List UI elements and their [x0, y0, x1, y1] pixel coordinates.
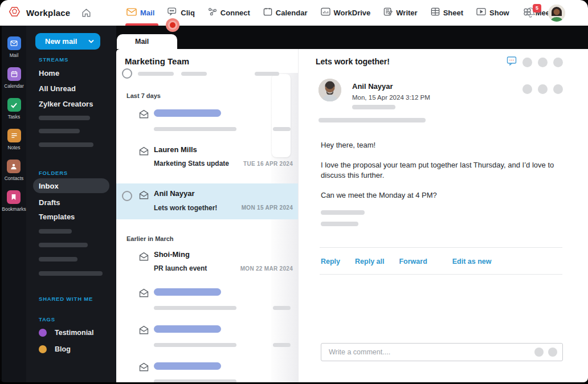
mail-tab[interactable]: Mail — [117, 34, 177, 49]
mail-sidebar: New mail STREAMS Home All Unread Zylker … — [26, 26, 116, 382]
new-mail-button[interactable]: New mail — [35, 33, 100, 50]
sender-name: Anil Nayyar — [352, 82, 393, 91]
nav-item-writer[interactable]: Writer — [383, 0, 417, 26]
body-paragraph: Hey there, team! — [321, 140, 574, 150]
mail-icon — [126, 8, 137, 18]
email-actions: Reply Reply all Forward Edit as new — [321, 258, 492, 265]
sidebar-item-home[interactable]: Home — [39, 69, 59, 77]
mail-checkbox[interactable] — [122, 191, 132, 201]
streams-header: STREAMS — [39, 56, 68, 63]
mail-row-skeleton[interactable] — [116, 358, 298, 382]
mail-row-skeleton[interactable] — [116, 105, 298, 137]
rail-item-notes[interactable]: Notes — [7, 129, 21, 150]
skeleton-bar — [255, 72, 279, 76]
tags-header: TAGS — [39, 316, 55, 322]
topbar: Workplace Mail — [0, 0, 588, 26]
skeleton-bar — [154, 288, 221, 296]
mail-row-skeleton[interactable] — [116, 284, 298, 316]
skeleton-bar — [154, 343, 236, 347]
action-circle-button[interactable] — [522, 84, 532, 94]
edit-as-new-button[interactable]: Edit as new — [452, 258, 492, 265]
user-avatar[interactable] — [548, 5, 565, 22]
connect-icon — [208, 7, 217, 18]
skeleton-bar — [39, 243, 88, 247]
email-body: Hey there, team! I love the proposal you… — [321, 140, 574, 210]
content-area: Mail Marketing Team Last 7 days — [116, 26, 588, 382]
action-circle-button[interactable] — [522, 58, 532, 67]
folders-header: FOLDERS — [39, 170, 68, 176]
home-icon[interactable] — [81, 7, 92, 18]
forward-button[interactable]: Forward — [399, 258, 427, 265]
comment-action-circle[interactable] — [548, 348, 557, 357]
group-label-last-7-days: Last 7 days — [126, 92, 161, 99]
sidebar-item-zylker-creators[interactable]: Zylker Creators — [39, 100, 93, 108]
mail-open-icon — [138, 109, 149, 121]
nav-item-show[interactable]: Show — [476, 0, 509, 26]
action-circle-button[interactable] — [538, 84, 548, 94]
mail-row-lauren-mills[interactable]: Lauren Mills Marketing Stats update TUE … — [116, 140, 298, 175]
nav-item-workdrive[interactable]: WorkDrive — [321, 0, 371, 26]
chevron-down-icon — [88, 39, 94, 43]
rail-tasks-icon — [7, 98, 21, 112]
sidebar-item-inbox[interactable]: Inbox — [33, 178, 109, 193]
skeleton-bar — [273, 306, 291, 310]
rail-item-mail[interactable]: Mail — [7, 36, 21, 58]
group-label-earlier-in-march: Earlier in March — [126, 235, 174, 242]
rail-bookmarks-icon — [7, 190, 21, 204]
action-circle-button[interactable] — [553, 58, 563, 67]
rail-item-calendar[interactable]: Calendar — [4, 67, 24, 89]
show-icon — [476, 7, 486, 18]
skeleton-bar — [39, 257, 77, 262]
mail-open-icon — [138, 252, 149, 264]
mail-open-icon — [138, 288, 149, 300]
mail-row-anil-nayyar[interactable]: Anil Nayyar Lets work together! MON 15 A… — [116, 183, 298, 219]
reply-button[interactable]: Reply — [321, 258, 340, 265]
nav-item-connect[interactable]: Connect — [208, 0, 250, 26]
tag-item-testimonial[interactable]: Testimonial — [39, 329, 94, 337]
reading-pane: Lets work together! — [298, 49, 588, 382]
notifications-bell[interactable]: 5 — [525, 7, 537, 19]
rail-item-bookmarks[interactable]: Bookmarks — [2, 190, 26, 212]
comment-box — [321, 343, 563, 361]
sidebar-item-templates[interactable]: Templates — [39, 213, 75, 221]
mail-open-icon — [138, 190, 149, 202]
skeleton-bar — [154, 109, 221, 117]
skeleton-bar — [352, 105, 395, 109]
nav-item-sheet[interactable]: Sheet — [431, 0, 463, 26]
workdrive-icon — [321, 7, 330, 18]
comment-action-circle[interactable] — [534, 348, 544, 357]
notification-badge: 5 — [533, 4, 541, 13]
skeleton-bar — [138, 72, 174, 76]
coachmark-pulse-dot[interactable] — [166, 18, 179, 32]
tag-item-blog[interactable]: Blog — [39, 345, 71, 353]
mail-list-panel: Marketing Team Last 7 days Lauren M — [116, 49, 298, 382]
mail-open-icon — [138, 362, 149, 374]
rail-mail-icon — [7, 36, 21, 50]
sidebar-item-drafts[interactable]: Drafts — [39, 198, 60, 207]
mail-row-skeleton[interactable] — [116, 321, 298, 353]
action-circle-button[interactable] — [538, 58, 548, 67]
nav-item-calendar[interactable]: Calendar — [263, 0, 308, 26]
rail-contacts-icon — [7, 160, 21, 173]
comment-input[interactable] — [329, 344, 500, 361]
reply-all-button[interactable]: Reply all — [355, 258, 384, 265]
email-datetime: Mon, 15 Apr 2024 3:12 PM — [352, 94, 430, 101]
rail-item-tasks[interactable]: Tasks — [7, 98, 21, 120]
skeleton-bar — [321, 210, 365, 215]
divider — [320, 274, 562, 275]
nav-item-mail[interactable]: Mail — [126, 0, 154, 26]
email-subject: Lets work together! — [316, 57, 390, 66]
comment-icon[interactable] — [507, 56, 517, 68]
tag-color-dot — [39, 345, 47, 353]
action-circle-button[interactable] — [553, 84, 563, 94]
rail-item-contacts[interactable]: Contacts — [5, 160, 24, 181]
sheet-icon — [431, 7, 440, 18]
workplace-logo-icon — [8, 5, 21, 21]
mail-open-icon — [138, 325, 149, 337]
select-all-checkbox[interactable] — [122, 68, 132, 79]
body-paragraph: Can we meet the Monday at 4 PM? — [321, 190, 574, 201]
sidebar-item-all-unread[interactable]: All Unread — [39, 84, 76, 93]
mail-row-shoi-ming[interactable]: Shoi-Ming PR launch event MON 22 MAR 202… — [116, 246, 298, 279]
app-rail: Mail Calendar Tasks Notes Contacts — [0, 26, 26, 382]
sender-avatar — [318, 79, 341, 101]
